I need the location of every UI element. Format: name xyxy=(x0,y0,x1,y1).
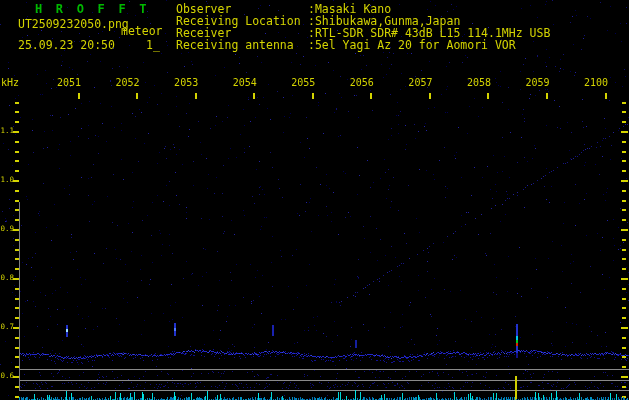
time-tick-label: 2056 xyxy=(350,78,374,88)
freq-tick-label: 0.9 xyxy=(0,225,14,233)
freq-tick-label: 0.6 xyxy=(0,372,14,380)
field-value-antenna: :5el Yagi Az 20 for Aomori VOR xyxy=(308,40,516,52)
observation-label: meteor xyxy=(121,26,163,38)
freq-tick-label: 0.8 xyxy=(0,274,14,282)
time-tick-label: 2055 xyxy=(291,78,315,88)
time-tick-label: 2051 xyxy=(57,78,81,88)
freq-axis-unit-label: kHz xyxy=(1,78,19,88)
datetime-label: 25.09.23 20:50 xyxy=(18,40,115,52)
time-tick-label: 2057 xyxy=(408,78,432,88)
field-label-antenna: Receiving antenna xyxy=(176,40,294,52)
time-tick-label: 2100 xyxy=(584,78,608,88)
capture-filename: UT2509232050.png xyxy=(18,19,129,31)
hrofft-window: H R O F F T UT2509232050.png meteor 25.0… xyxy=(0,0,629,400)
freq-tick-label: 0.7 xyxy=(0,323,14,331)
freq-tick-label: 1.0 xyxy=(0,176,14,184)
freq-tick-label: 1.1 xyxy=(0,127,14,135)
time-tick-label: 2059 xyxy=(525,78,549,88)
app-title: H R O F F T xyxy=(35,3,150,15)
time-tick-label: 2058 xyxy=(467,78,491,88)
time-tick-label: 2052 xyxy=(116,78,140,88)
spectrogram-canvas xyxy=(0,0,629,400)
time-tick-label: 2054 xyxy=(233,78,257,88)
echo-count: 1_ xyxy=(146,40,160,52)
time-tick-label: 2053 xyxy=(174,78,198,88)
